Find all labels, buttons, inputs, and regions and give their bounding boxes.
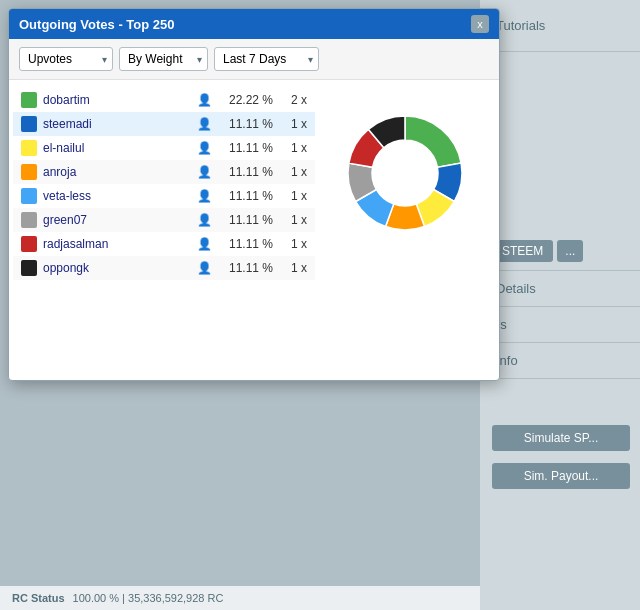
table-row[interactable]: steemadi 👤 11.11 % 1 x: [13, 112, 315, 136]
donut-chart: [330, 98, 480, 248]
right-panel: Tutorials STEEM ... Details rs Info Simu…: [482, 0, 640, 610]
voter-name[interactable]: el-nailul: [43, 141, 191, 155]
color-indicator: [21, 236, 37, 252]
filter3-wrap: Last 7 Days Last 30 Days All Time: [214, 47, 319, 71]
table-row[interactable]: radjasalman 👤 11.11 % 1 x: [13, 232, 315, 256]
color-indicator: [21, 140, 37, 156]
vote-count: 1 x: [279, 213, 307, 227]
voter-name[interactable]: green07: [43, 213, 191, 227]
vote-percentage: 11.11 %: [218, 117, 273, 131]
user-icon: 👤: [197, 93, 212, 107]
table-row[interactable]: el-nailul 👤 11.11 % 1 x: [13, 136, 315, 160]
days-select[interactable]: Last 7 Days Last 30 Days All Time: [214, 47, 319, 71]
empty-space-2: [482, 379, 640, 419]
vote-percentage: 11.11 %: [218, 165, 273, 179]
voter-name[interactable]: steemadi: [43, 117, 191, 131]
voter-name[interactable]: radjasalman: [43, 237, 191, 251]
sim-payout-button[interactable]: Sim. Payout...: [492, 463, 630, 489]
status-label: RC Status: [12, 592, 65, 604]
user-icon: 👤: [197, 213, 212, 227]
vote-count: 1 x: [279, 237, 307, 251]
filter1-wrap: Upvotes Downvotes All Votes: [19, 47, 113, 71]
outgoing-votes-modal: Outgoing Votes - Top 250 x Upvotes Downv…: [8, 8, 500, 381]
vote-count: 1 x: [279, 189, 307, 203]
filter2-wrap: By Weight By Count: [119, 47, 208, 71]
vote-count: 1 x: [279, 117, 307, 131]
simulate-sp-button[interactable]: Simulate SP...: [492, 425, 630, 451]
vote-percentage: 11.11 %: [218, 141, 273, 155]
vote-count: 1 x: [279, 261, 307, 275]
color-indicator: [21, 116, 37, 132]
votes-table: dobartim 👤 22.22 % 2 x steemadi 👤 11.11 …: [13, 88, 315, 372]
empty-space-1: [482, 52, 640, 232]
voter-name[interactable]: anroja: [43, 165, 191, 179]
status-value: 100.00 % | 35,336,592,928 RC: [73, 592, 224, 604]
vote-count: 1 x: [279, 165, 307, 179]
user-icon: 👤: [197, 261, 212, 275]
modal-close-button[interactable]: x: [471, 15, 489, 33]
voter-name[interactable]: veta-less: [43, 189, 191, 203]
vote-count: 2 x: [279, 93, 307, 107]
weight-select[interactable]: By Weight By Count: [119, 47, 208, 71]
user-icon: 👤: [197, 141, 212, 155]
details-label: Details: [496, 281, 536, 296]
color-indicator: [21, 260, 37, 276]
vote-percentage: 11.11 %: [218, 189, 273, 203]
steem-button[interactable]: STEEM: [492, 240, 553, 262]
color-indicator: [21, 92, 37, 108]
voters-item[interactable]: rs: [482, 307, 640, 343]
details-item[interactable]: Details: [482, 271, 640, 307]
vote-percentage: 11.11 %: [218, 213, 273, 227]
vote-percentage: 11.11 %: [218, 237, 273, 251]
modal-header: Outgoing Votes - Top 250 x: [9, 9, 499, 39]
vote-percentage: 11.11 %: [218, 261, 273, 275]
dots-button[interactable]: ...: [557, 240, 583, 262]
voter-name[interactable]: dobartim: [43, 93, 191, 107]
modal-toolbar: Upvotes Downvotes All Votes By Weight By…: [9, 39, 499, 80]
table-row[interactable]: veta-less 👤 11.11 % 1 x: [13, 184, 315, 208]
vote-count: 1 x: [279, 141, 307, 155]
table-row[interactable]: anroja 👤 11.11 % 1 x: [13, 160, 315, 184]
tutorials-item[interactable]: Tutorials: [482, 0, 640, 52]
voter-name[interactable]: oppongk: [43, 261, 191, 275]
upvotes-select[interactable]: Upvotes Downvotes All Votes: [19, 47, 113, 71]
table-row[interactable]: dobartim 👤 22.22 % 2 x: [13, 88, 315, 112]
user-icon: 👤: [197, 117, 212, 131]
steem-bar: STEEM ...: [482, 232, 640, 271]
chart-segment: [405, 116, 461, 167]
status-bar: RC Status 100.00 % | 35,336,592,928 RC: [0, 585, 480, 610]
vote-percentage: 22.22 %: [218, 93, 273, 107]
user-icon: 👤: [197, 165, 212, 179]
tutorials-label: Tutorials: [496, 18, 545, 33]
color-indicator: [21, 212, 37, 228]
modal-title: Outgoing Votes - Top 250: [19, 17, 175, 32]
modal-body: dobartim 👤 22.22 % 2 x steemadi 👤 11.11 …: [9, 80, 499, 380]
chart-section: [315, 88, 495, 372]
color-indicator: [21, 188, 37, 204]
color-indicator: [21, 164, 37, 180]
info-item[interactable]: Info: [482, 343, 640, 379]
table-row[interactable]: oppongk 👤 11.11 % 1 x: [13, 256, 315, 280]
user-icon: 👤: [197, 237, 212, 251]
user-icon: 👤: [197, 189, 212, 203]
table-row[interactable]: green07 👤 11.11 % 1 x: [13, 208, 315, 232]
